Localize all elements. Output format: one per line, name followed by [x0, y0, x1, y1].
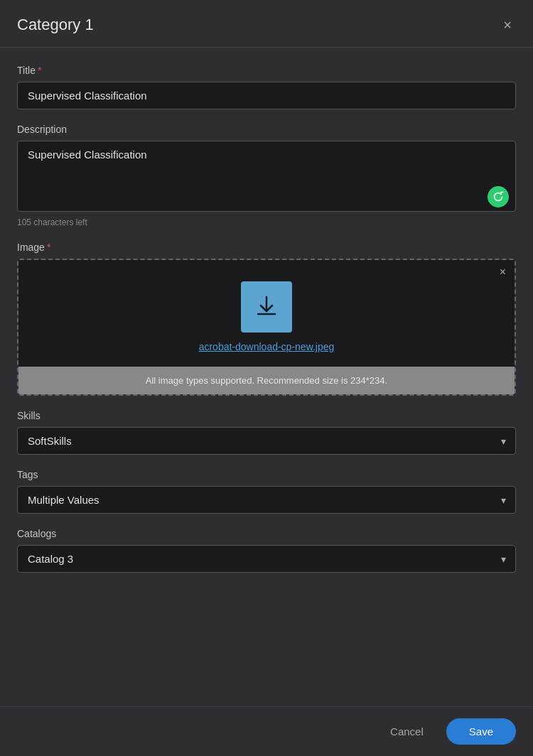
category-modal: Category 1 × Title* Description Supervis… [0, 0, 533, 756]
image-upload-area[interactable]: × acrobat-download-cp-new.jpeg All image… [17, 259, 516, 396]
description-label: Description [17, 124, 516, 135]
download-icon [254, 294, 279, 320]
skills-group: Skills SoftSkills HardSkills TechSkills … [17, 410, 516, 455]
description-textarea[interactable]: Supervised Classification [17, 141, 516, 212]
image-close-button[interactable]: × [500, 266, 506, 279]
char-count: 105 characters left [17, 217, 516, 227]
save-button[interactable]: Save [446, 718, 516, 745]
image-upload-hint: All image types supported. Recommended s… [18, 367, 515, 394]
refresh-button[interactable] [488, 186, 509, 207]
image-group: Image* × acrobat-download-cp-new.jpeg Al… [17, 242, 516, 396]
tags-select-wrapper: Multiple Values Single Value ▾ [17, 486, 516, 514]
modal-header: Category 1 × [0, 0, 533, 48]
modal-title: Category 1 [17, 16, 94, 34]
description-group: Description Supervised Classification 10… [17, 124, 516, 227]
title-input[interactable] [17, 82, 516, 109]
tags-label: Tags [17, 469, 516, 480]
refresh-icon [492, 191, 504, 202]
catalogs-group: Catalogs Catalog 3 Catalog 1 Catalog 2 ▾ [17, 528, 516, 573]
image-required-star: * [47, 242, 50, 253]
title-group: Title* [17, 65, 516, 109]
catalogs-label: Catalogs [17, 528, 516, 539]
catalogs-select-wrapper: Catalog 3 Catalog 1 Catalog 2 ▾ [17, 545, 516, 573]
modal-close-button[interactable]: × [499, 16, 516, 33]
image-filename[interactable]: acrobat-download-cp-new.jpeg [199, 341, 335, 352]
skills-select-wrapper: SoftSkills HardSkills TechSkills ▾ [17, 427, 516, 455]
tags-select[interactable]: Multiple Values Single Value [17, 486, 516, 514]
description-wrapper: Supervised Classification [17, 141, 516, 215]
skills-label: Skills [17, 410, 516, 421]
tags-group: Tags Multiple Values Single Value ▾ [17, 469, 516, 514]
image-label: Image* [17, 242, 516, 253]
image-upload-inner: × acrobat-download-cp-new.jpeg [18, 260, 515, 367]
title-label: Title* [17, 65, 516, 76]
skills-select[interactable]: SoftSkills HardSkills TechSkills [17, 427, 516, 455]
catalogs-select[interactable]: Catalog 3 Catalog 1 Catalog 2 [17, 545, 516, 573]
download-icon-box [241, 281, 292, 333]
cancel-button[interactable]: Cancel [376, 718, 438, 745]
modal-footer: Cancel Save [0, 706, 533, 756]
title-required-star: * [38, 65, 41, 76]
modal-body: Title* Description Supervised Classifica… [0, 48, 533, 706]
